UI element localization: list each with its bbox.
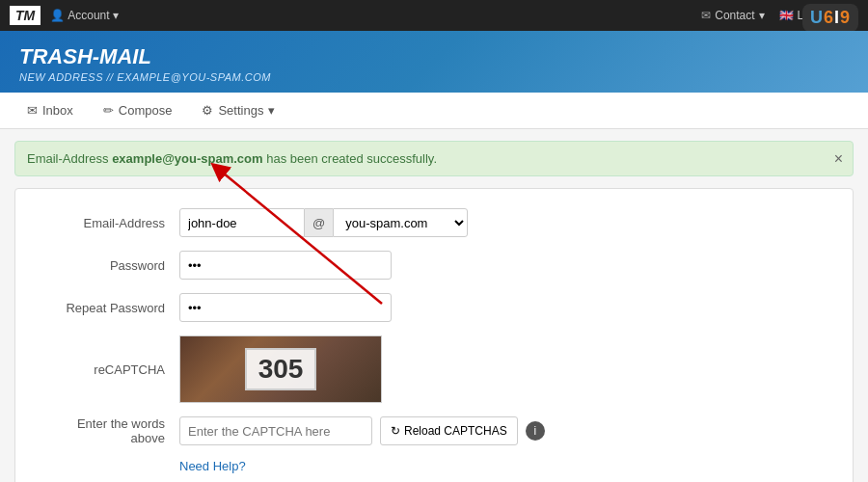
gear-tab-icon: ⚙ [202, 103, 213, 118]
tab-settings[interactable]: ⚙ Settings ▾ [189, 96, 287, 124]
captcha-text-input[interactable] [179, 416, 372, 445]
envelope-nav-icon: ✉ [701, 9, 711, 22]
nav-tabs: ✉ Inbox ✏ Compose ⚙ Settings ▾ [0, 93, 868, 129]
navbar: TM 👤 Account ▾ ✉ Contact ▾ 🇬🇧 Language ▾… [0, 0, 868, 31]
form-card: Email-Address @ you-spam.com Password Re… [14, 188, 854, 482]
captcha-controls: ↻ Reload CAPTCHAS i [179, 416, 545, 445]
navbar-left: TM 👤 Account ▾ [10, 6, 119, 25]
brand-logo: TM [10, 6, 41, 25]
contact-caret: ▾ [759, 9, 765, 22]
captcha-image: 305 [179, 335, 382, 403]
pencil-icon: ✏ [103, 103, 114, 118]
repeat-label: Repeat Password [44, 301, 179, 315]
main-content: Email-Address example@you-spam.com has b… [0, 129, 868, 482]
alert-close-button[interactable]: × [834, 150, 843, 168]
tab-inbox-label: Inbox [42, 103, 73, 118]
success-alert: Email-Address example@you-spam.com has b… [14, 141, 854, 176]
repeat-password-input[interactable] [179, 293, 392, 322]
reload-icon: ↻ [391, 424, 400, 438]
captcha-input-row: Enter the words above ↻ Reload CAPTCHAS … [44, 416, 824, 445]
captcha-info-button[interactable]: i [526, 421, 545, 441]
captcha-input-label: Enter the words above [44, 416, 179, 445]
password-label: Password [44, 258, 179, 273]
header-banner: TRASH-MAIL NEW ADDRESS // EXAMPLE@YOU-SP… [0, 31, 868, 93]
info-icon: i [533, 424, 536, 438]
email-at-symbol: @ [305, 208, 333, 237]
contact-label: Contact [715, 9, 754, 22]
alert-email: example@you-spam.com [112, 151, 262, 166]
account-caret: ▾ [113, 9, 119, 22]
settings-caret: ▾ [268, 103, 275, 118]
tab-compose-label: Compose [119, 103, 173, 118]
tab-compose[interactable]: ✏ Compose [91, 96, 185, 124]
repeat-password-row: Repeat Password [44, 293, 824, 322]
navbar-right: ✉ Contact ▾ 🇬🇧 Language ▾ U6I9 [701, 9, 858, 22]
inbox-icon: ✉ [27, 103, 38, 118]
logo-badge-text: U6I9 [810, 8, 851, 28]
email-input-group: @ you-spam.com [179, 208, 468, 237]
email-label: Email-Address [44, 216, 179, 230]
captcha-label: reCAPTCHA [44, 362, 179, 377]
email-domain-select[interactable]: you-spam.com [333, 208, 468, 237]
tab-settings-label: Settings [218, 103, 263, 118]
password-input[interactable] [179, 251, 392, 280]
tab-inbox[interactable]: ✉ Inbox [14, 96, 86, 124]
account-label: Account [68, 9, 109, 22]
alert-text-before: Email-Address [27, 151, 112, 166]
account-menu[interactable]: 👤 Account ▾ [50, 9, 118, 22]
reload-label: Reload CAPTCHAS [404, 424, 507, 438]
contact-menu[interactable]: ✉ Contact ▾ [701, 9, 764, 22]
need-help-link[interactable]: Need Help? [179, 459, 824, 473]
password-row: Password [44, 251, 824, 280]
captcha-number: 305 [245, 348, 317, 390]
captcha-row: reCAPTCHA 305 [44, 335, 824, 403]
logo-badge: U6I9 [802, 4, 858, 32]
email-username-input[interactable] [179, 208, 305, 237]
captcha-background: 305 [180, 336, 381, 402]
email-address-row: Email-Address @ you-spam.com [44, 208, 824, 237]
header-title: TRASH-MAIL [19, 44, 849, 69]
alert-text-after: has been created successfully. [263, 151, 437, 166]
header-subtitle: NEW ADDRESS // EXAMPLE@YOU-SPAM.COM [19, 71, 849, 83]
reload-captcha-button[interactable]: ↻ Reload CAPTCHAS [380, 416, 518, 445]
flag-icon: 🇬🇧 [779, 9, 794, 22]
person-icon: 👤 [50, 9, 65, 22]
